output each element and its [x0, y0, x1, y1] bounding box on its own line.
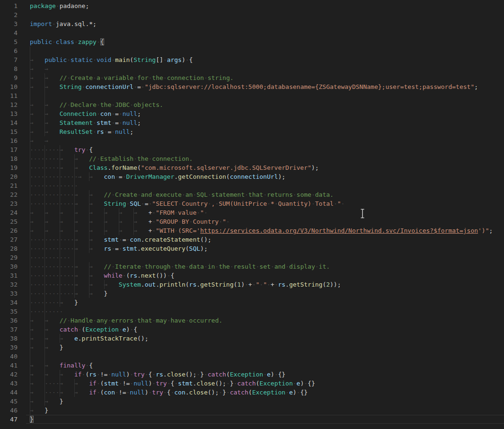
- code-line[interactable]: 21·············: [0, 181, 504, 190]
- code-line-content[interactable]: → → → e.printStackTrace();: [26, 334, 504, 343]
- line-number[interactable]: 23: [0, 199, 18, 208]
- line-number[interactable]: 25: [0, 217, 18, 226]
- code-line[interactable]: 28············→ → rs·=·stmt.executeQuery…: [0, 244, 504, 253]
- code-line-content[interactable]: ············→ → }: [26, 289, 504, 298]
- line-number[interactable]: 22: [0, 190, 18, 199]
- code-line-content[interactable]: [26, 352, 504, 361]
- code-line-content[interactable]: → → //·Declare·the·JDBC·objects.: [26, 100, 504, 109]
- code-line[interactable]: 7→ public·static·void·main(String[]·args…: [0, 55, 504, 64]
- code-line-content[interactable]: ·········: [26, 307, 504, 316]
- code-line[interactable]: 5public·class·zappy·{: [0, 37, 504, 46]
- code-line[interactable]: 2: [0, 10, 504, 19]
- code-line-content[interactable]: public·class·zappy·{: [26, 37, 504, 46]
- code-line-content[interactable]: ·············: [26, 181, 504, 190]
- line-number[interactable]: 41: [0, 361, 18, 370]
- line-number[interactable]: 42: [0, 370, 18, 379]
- code-line-content[interactable]: ············→ → //·Create·and·execute·an…: [26, 190, 504, 199]
- code-line-content[interactable]: → → → → → → → → +·"GROUP·BY·Country·"·: [26, 217, 504, 226]
- code-line-content[interactable]: → → }: [26, 343, 504, 352]
- line-number[interactable]: 38: [0, 334, 18, 343]
- code-line-content[interactable]: → → Statement·stmt·=·null;: [26, 118, 504, 127]
- code-line-content[interactable]: → → → → → → → → +·"WITH·(SRC='https://se…: [26, 226, 504, 235]
- code-line-content[interactable]: }: [26, 415, 504, 424]
- line-number[interactable]: 33: [0, 289, 18, 298]
- code-line[interactable]: 46→ }: [0, 406, 504, 415]
- code-line-content[interactable]: → → catch·(Exception·e)·{: [26, 325, 504, 334]
- code-line-content[interactable]: ············→ → rs·=·stmt.executeQuery(S…: [26, 244, 504, 253]
- line-number[interactable]: 34: [0, 298, 18, 307]
- line-number[interactable]: 35: [0, 307, 18, 316]
- line-number[interactable]: 30: [0, 262, 18, 271]
- code-line[interactable]: 25→ → → → → → → → +·"GROUP·BY·Country·"·: [0, 217, 504, 226]
- code-line[interactable]: 6: [0, 46, 504, 55]
- line-number[interactable]: 36: [0, 316, 18, 325]
- code-line-content[interactable]: → →: [26, 64, 504, 73]
- code-line-content[interactable]: ········→ }: [26, 298, 504, 307]
- code-line[interactable]: 45→ → }: [0, 397, 504, 406]
- line-number[interactable]: 24: [0, 208, 18, 217]
- code-line[interactable]: 33············→ → }: [0, 289, 504, 298]
- code-line[interactable]: 42→ → → if·(rs·!=·null)·try·{·rs.close()…: [0, 370, 504, 379]
- code-line[interactable]: 44→ ····→ → if·(con·!=·null)·try·{·con.c…: [0, 388, 504, 397]
- code-line[interactable]: 23············→ → String·SQL·=·"SELECT·C…: [0, 199, 504, 208]
- code-line-content[interactable]: → → Connection·con·=·null;: [26, 109, 504, 118]
- line-number[interactable]: 12: [0, 100, 18, 109]
- code-line-content[interactable]: → → //·Create·a·variable·for·the·connect…: [26, 73, 504, 82]
- code-line[interactable]: 17········→ try·{: [0, 145, 504, 154]
- code-line-content[interactable]: ········→ → //·Establish·the·connection.: [26, 154, 504, 163]
- code-line[interactable]: 37→ → catch·(Exception·e)·{: [0, 325, 504, 334]
- code-line-content[interactable]: → → }: [26, 397, 504, 406]
- line-number[interactable]: 44: [0, 388, 18, 397]
- code-line-content[interactable]: → ····→ → if·(stmt·!=·null)·try·{·stmt.c…: [26, 379, 504, 388]
- line-number[interactable]: 46: [0, 406, 18, 415]
- code-line-content[interactable]: → }: [26, 406, 504, 415]
- code-line-content[interactable]: ·············→ → con·=·DriverManager.get…: [26, 172, 504, 181]
- code-editor[interactable]: 1package·padaone;23import·java.sql.*;45p…: [0, 0, 504, 429]
- line-number[interactable]: 19: [0, 163, 18, 172]
- code-line[interactable]: 4: [0, 28, 504, 37]
- code-line[interactable]: 24→ → → → → → → → +·"FROM·value·"·: [0, 208, 504, 217]
- code-line[interactable]: 12→ → //·Declare·the·JDBC·objects.: [0, 100, 504, 109]
- code-line[interactable]: 34········→ }: [0, 298, 504, 307]
- code-line[interactable]: 10→ → String·connectionUrl·=·"jdbc:sqlse…: [0, 82, 504, 91]
- code-line[interactable]: 43→ ····→ → if·(stmt·!=·null)·try·{·stmt…: [0, 379, 504, 388]
- code-line-content[interactable]: → → → if·(rs·!=·null)·try·{·rs.close();·…: [26, 370, 504, 379]
- line-number[interactable]: 5: [0, 37, 18, 46]
- line-number[interactable]: 10: [0, 82, 18, 91]
- code-line[interactable]: 39→ → }: [0, 343, 504, 352]
- line-number[interactable]: 31: [0, 271, 18, 280]
- code-line-content[interactable]: → public·static·void·main(String[]·args)…: [26, 55, 504, 64]
- line-number[interactable]: 13: [0, 109, 18, 118]
- code-line-content[interactable]: ········→ try·{: [26, 145, 504, 154]
- line-number[interactable]: 47: [0, 415, 18, 424]
- code-line-content[interactable]: ············→ → //·Iterate·through·the·d…: [26, 262, 504, 271]
- line-number[interactable]: 15: [0, 127, 18, 136]
- code-line[interactable]: 14→ → Statement·stmt·=·null;: [0, 118, 504, 127]
- code-line[interactable]: 26→ → → → → → → → +·"WITH·(SRC='https://…: [0, 226, 504, 235]
- code-line-content[interactable]: [26, 46, 504, 55]
- line-number[interactable]: 3: [0, 19, 18, 28]
- line-number[interactable]: 40: [0, 352, 18, 361]
- code-line-content[interactable]: [26, 28, 504, 37]
- code-line[interactable]: 9→ → //·Create·a·variable·for·the·connec…: [0, 73, 504, 82]
- code-line[interactable]: 11: [0, 91, 504, 100]
- code-line[interactable]: 16→ →: [0, 136, 504, 145]
- code-line-content[interactable]: ············→ → → System.out.println(rs.…: [26, 280, 504, 289]
- line-number[interactable]: 45: [0, 397, 18, 406]
- line-number[interactable]: 7: [0, 55, 18, 64]
- line-number[interactable]: 4: [0, 28, 18, 37]
- line-number[interactable]: 28: [0, 244, 18, 253]
- code-line-content[interactable]: → → finally·{: [26, 361, 504, 370]
- line-number[interactable]: 6: [0, 46, 18, 55]
- code-line[interactable]: 15→ → ResultSet·rs·=·null;: [0, 127, 504, 136]
- line-number[interactable]: 17: [0, 145, 18, 154]
- line-number[interactable]: 1: [0, 1, 18, 10]
- code-line-content[interactable]: → ····→ → if·(con·!=·null)·try·{·con.clo…: [26, 388, 504, 397]
- code-line[interactable]: 8→ →: [0, 64, 504, 73]
- code-line[interactable]: 22············→ → //·Create·and·execute·…: [0, 190, 504, 199]
- line-number[interactable]: 14: [0, 118, 18, 127]
- code-line-content[interactable]: ············→ → while·(rs.next())·{: [26, 271, 504, 280]
- code-line[interactable]: 41→ → finally·{: [0, 361, 504, 370]
- code-line[interactable]: 36→ → //·Handle·any·errors·that·may·have…: [0, 316, 504, 325]
- code-line-content[interactable]: import·java.sql.*;: [26, 19, 504, 28]
